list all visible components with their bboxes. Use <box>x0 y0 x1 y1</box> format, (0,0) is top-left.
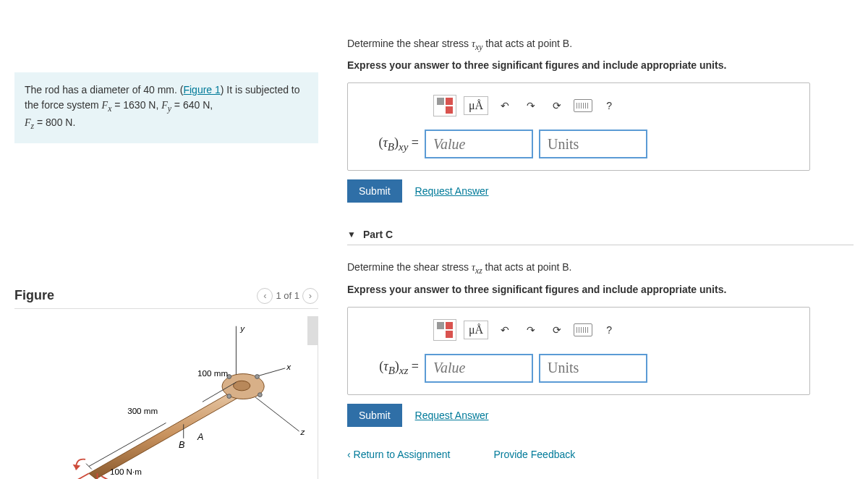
caret-down-icon: ▼ <box>347 229 356 240</box>
partb-request-answer-link[interactable]: Request Answer <box>415 185 489 197</box>
partb-instruct: Express your answer to three significant… <box>347 59 854 71</box>
partc-prompt: Determine the shear stress τxz that acts… <box>347 260 854 277</box>
svg-text:x: x <box>286 361 292 370</box>
bottom-links: ‹ Return to Assignment Provide Feedback <box>347 449 854 460</box>
partc-answer-box: μÅ ↶ ↷ ⟳ ? (τB)xz = <box>347 307 810 395</box>
help-icon[interactable]: ? <box>600 96 618 115</box>
units-menu-button[interactable]: μÅ <box>464 96 488 115</box>
figure-next-button[interactable]: › <box>302 288 318 304</box>
feedback-link[interactable]: Provide Feedback <box>493 449 575 460</box>
problem-statement: The rod has a diameter of 40 mm. (Figure… <box>14 72 318 143</box>
redo-icon[interactable]: ↷ <box>522 96 540 115</box>
figure-counter: 1 of 1 <box>276 290 299 301</box>
partb-answer-box: μÅ ↶ ↷ ⟳ ? (τB)xy = <box>347 82 810 171</box>
svg-text:A: A <box>197 431 203 441</box>
reset-icon[interactable]: ⟳ <box>548 96 566 115</box>
problem-text: The rod has a diameter of 40 mm. ( <box>25 84 183 96</box>
svg-marker-28 <box>73 464 81 470</box>
partc-value-input[interactable] <box>425 354 533 383</box>
units-menu-button[interactable]: μÅ <box>464 321 488 339</box>
partb-submit-button[interactable]: Submit <box>347 179 402 203</box>
template-icon[interactable] <box>433 319 456 341</box>
undo-icon[interactable]: ↶ <box>495 96 514 115</box>
svg-marker-6 <box>89 389 243 479</box>
svg-point-10 <box>255 374 260 378</box>
figure-canvas: y x z <box>14 316 318 479</box>
dim-300: 300 mm <box>127 405 158 415</box>
figure-title: Figure <box>14 288 257 303</box>
figure-scrollbar[interactable] <box>307 316 318 345</box>
svg-line-25 <box>101 476 135 479</box>
dim-100: 100 mm <box>197 368 228 378</box>
partb-units-input[interactable] <box>539 130 647 158</box>
partc-submit-button[interactable]: Submit <box>347 404 402 427</box>
help-icon[interactable]: ? <box>600 321 618 339</box>
svg-line-19 <box>54 473 88 479</box>
partc-var-label: (τB)xz = <box>361 359 419 377</box>
svg-text:z: z <box>300 427 305 436</box>
keyboard-icon[interactable] <box>574 321 592 339</box>
svg-text:y: y <box>239 323 245 333</box>
keyboard-icon[interactable] <box>574 96 592 115</box>
partc-instruct: Express your answer to three significant… <box>347 284 854 295</box>
redo-icon[interactable]: ↷ <box>522 321 540 339</box>
figure-prev-button[interactable]: ‹ <box>257 288 273 304</box>
return-link[interactable]: ‹ Return to Assignment <box>347 449 450 460</box>
moment-label: 100 N·m <box>110 467 142 476</box>
svg-point-12 <box>227 394 231 398</box>
partb-var-label: (τB)xy = <box>361 135 419 153</box>
partb-prompt: Determine the shear stress τxy that acts… <box>347 36 854 54</box>
figure-link[interactable]: Figure 1 <box>183 84 220 96</box>
partc-units-input[interactable] <box>539 354 647 383</box>
partb-value-input[interactable] <box>425 130 533 158</box>
reset-icon[interactable]: ⟳ <box>548 321 566 339</box>
partc-header[interactable]: ▼ Part C <box>347 224 854 245</box>
template-icon[interactable] <box>433 95 456 116</box>
svg-line-17 <box>86 463 92 469</box>
svg-point-11 <box>258 392 262 397</box>
undo-icon[interactable]: ↶ <box>495 321 514 339</box>
partc-title: Part C <box>363 229 393 240</box>
svg-text:B: B <box>179 440 184 450</box>
partc-request-answer-link[interactable]: Request Answer <box>415 410 489 421</box>
